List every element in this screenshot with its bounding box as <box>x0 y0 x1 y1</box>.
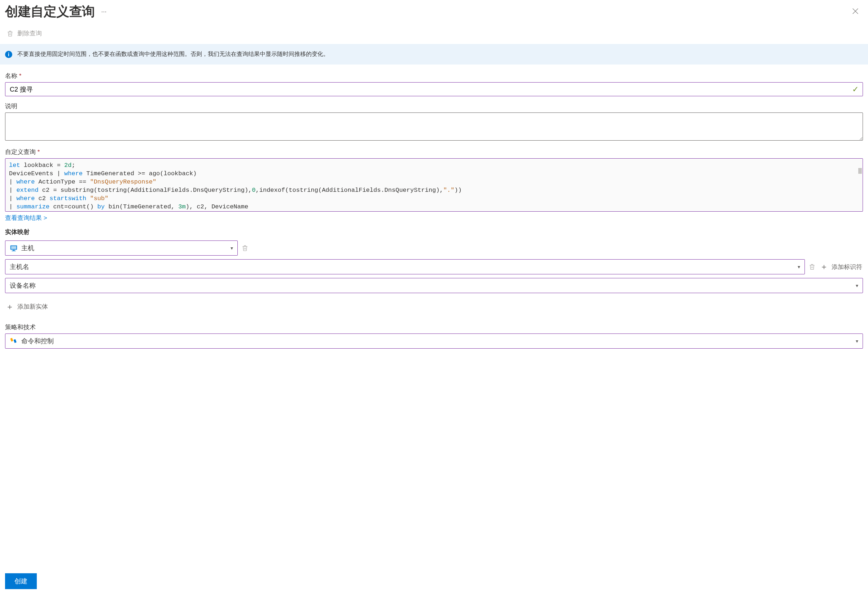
host-icon <box>10 244 18 252</box>
svg-rect-4 <box>13 250 15 251</box>
tactics-value: 命令和控制 <box>21 337 54 345</box>
chevron-down-icon: ▾ <box>856 338 858 344</box>
plus-icon: ＋ <box>820 263 828 271</box>
info-bar: i 不要直接使用固定时间范围，也不要在函数或查询中使用这种范围。否则，我们无法在… <box>0 44 868 65</box>
add-identifier-label: 添加标识符 <box>831 263 862 271</box>
entity-type-value: 主机 <box>21 244 34 252</box>
delete-query-label: 删除查询 <box>17 29 42 37</box>
tactic-icon <box>10 337 18 345</box>
query-editor[interactable]: let lookback = 2d; DeviceEvents | where … <box>5 158 863 212</box>
tactics-heading: 策略和技术 <box>5 323 863 331</box>
info-icon: i <box>5 51 12 58</box>
custom-query-label: 自定义查询 * <box>5 148 863 156</box>
scrollbar-thumb[interactable] <box>858 168 862 174</box>
add-entity-label: 添加新实体 <box>17 302 48 311</box>
view-query-results-link[interactable]: 查看查询结果 > <box>5 214 47 222</box>
delete-identifier-button[interactable] <box>809 263 816 270</box>
add-entity-button[interactable]: ＋ 添加新实体 <box>5 300 49 313</box>
close-button[interactable] <box>848 4 863 20</box>
description-label: 说明 <box>5 102 863 110</box>
chevron-down-icon: ▾ <box>798 264 800 269</box>
trash-icon <box>241 244 249 252</box>
chevron-down-icon: ▾ <box>856 283 858 289</box>
trash-icon <box>6 30 14 37</box>
identifier-select[interactable]: 主机名 ▾ <box>5 259 805 274</box>
entity-mapping-heading: 实体映射 <box>5 228 863 236</box>
identifier-value: 主机名 <box>10 262 29 271</box>
more-actions-button[interactable]: ··· <box>100 6 108 17</box>
delete-query-button[interactable]: 删除查询 <box>5 26 863 44</box>
add-identifier-button[interactable]: ＋ 添加标识符 <box>819 261 863 273</box>
trash-icon <box>809 263 816 270</box>
delete-entity-button[interactable] <box>241 244 249 252</box>
page-title: 创建自定义查询 <box>5 3 95 21</box>
entity-type-select[interactable]: 主机 ▾ <box>5 240 238 256</box>
check-icon: ✓ <box>852 85 859 94</box>
column-select[interactable]: 设备名称 ▾ <box>5 278 863 293</box>
svg-rect-3 <box>11 246 16 249</box>
chevron-down-icon: ▾ <box>230 245 233 251</box>
info-text: 不要直接使用固定时间范围，也不要在函数或查询中使用这种范围。否则，我们无法在查询… <box>17 50 329 58</box>
close-icon <box>852 7 859 15</box>
svg-rect-5 <box>12 250 16 251</box>
column-value: 设备名称 <box>10 281 36 290</box>
description-input[interactable] <box>5 112 863 141</box>
svg-rect-6 <box>10 338 13 342</box>
name-input[interactable] <box>5 82 863 96</box>
svg-rect-7 <box>14 339 16 343</box>
name-label: 名称 * <box>5 72 863 80</box>
tactics-select[interactable]: 命令和控制 ▾ <box>5 333 863 349</box>
plus-icon: ＋ <box>6 303 14 311</box>
